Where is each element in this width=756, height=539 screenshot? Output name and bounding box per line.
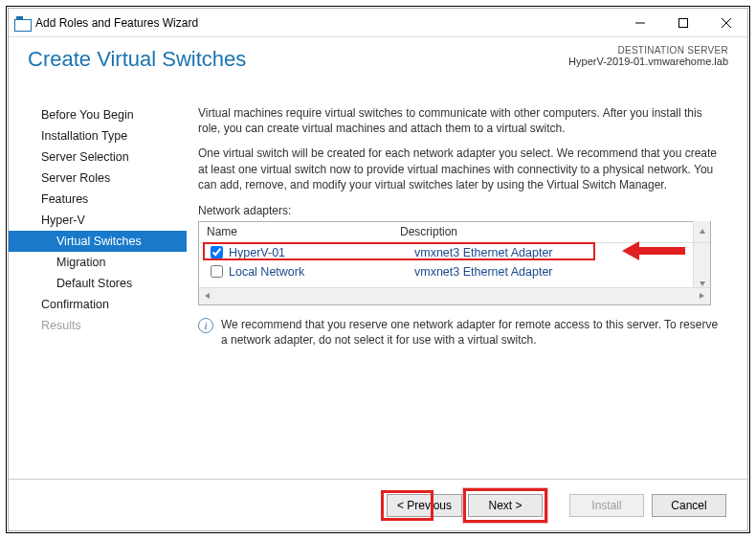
sidebar-item-confirmation[interactable]: Confirmation <box>9 294 187 315</box>
sidebar-item-default-stores[interactable]: Default Stores <box>9 273 187 294</box>
sidebar-item-installation-type[interactable]: Installation Type <box>9 125 187 146</box>
server-manager-icon <box>14 16 30 30</box>
network-adapters-list: Name Description HyperV-01 vmxnet3 Ether… <box>198 221 711 305</box>
window-title: Add Roles and Features Wizard <box>35 16 198 30</box>
adapter-checkbox-local-network[interactable] <box>211 265 223 278</box>
intro-paragraph-1: Virtual machines require virtual switche… <box>198 105 724 136</box>
intro-paragraph-2: One virtual switch will be created for e… <box>198 146 724 192</box>
maximize-button[interactable] <box>661 9 704 36</box>
adapter-name: HyperV-01 <box>229 246 414 259</box>
adapter-row-local-network[interactable]: Local Network vmxnet3 Ethernet Adapter <box>199 262 710 281</box>
close-button[interactable] <box>704 9 747 36</box>
wizard-button-bar: < Previous Next > Install Cancel <box>9 479 747 530</box>
sidebar-item-hyper-v[interactable]: Hyper-V <box>9 210 187 231</box>
svg-marker-7 <box>700 293 704 299</box>
next-button[interactable]: Next > <box>468 494 543 517</box>
scroll-right-button[interactable] <box>693 287 710 304</box>
titlebar: Add Roles and Features Wizard <box>9 9 747 37</box>
scroll-down-button[interactable] <box>699 280 706 287</box>
destination-server-value: HyperV-2019-01.vmwarehome.lab <box>568 56 728 67</box>
sidebar-item-server-roles[interactable]: Server Roles <box>9 168 187 189</box>
svg-marker-4 <box>700 229 705 234</box>
adapter-row-hyperv-01[interactable]: HyperV-01 vmxnet3 Ethernet Adapter <box>199 243 710 262</box>
previous-button[interactable]: < Previous <box>387 494 462 517</box>
install-button: Install <box>569 494 644 517</box>
sidebar-item-features[interactable]: Features <box>9 189 187 210</box>
scroll-up-button[interactable] <box>693 221 710 242</box>
adapter-checkbox-hyperv-01[interactable] <box>211 246 223 258</box>
cancel-button[interactable]: Cancel <box>652 494 726 517</box>
network-adapters-label: Network adapters: <box>198 204 724 217</box>
minimize-button[interactable] <box>618 9 661 36</box>
sidebar-item-virtual-switches[interactable]: Virtual Switches <box>9 231 187 252</box>
sidebar-item-migration[interactable]: Migration <box>9 252 187 273</box>
info-text: We recommend that you reserve one networ… <box>221 317 724 348</box>
wizard-sidebar: Before You Begin Installation Type Serve… <box>9 99 187 480</box>
column-header-name[interactable]: Name <box>199 225 400 238</box>
scroll-left-button[interactable] <box>199 287 216 304</box>
sidebar-item-server-selection[interactable]: Server Selection <box>9 146 187 168</box>
sidebar-item-results: Results <box>9 315 187 336</box>
info-icon: i <box>198 318 213 333</box>
column-header-description[interactable]: Description <box>400 225 693 238</box>
svg-marker-5 <box>700 281 705 286</box>
adapter-description: vmxnet3 Ethernet Adapter <box>414 265 710 279</box>
destination-server-label: DESTINATION SERVER <box>568 45 728 56</box>
sidebar-item-before-you-begin[interactable]: Before You Begin <box>9 104 187 125</box>
adapter-name: Local Network <box>229 265 414 279</box>
svg-rect-1 <box>678 18 687 27</box>
svg-marker-6 <box>205 293 210 299</box>
annotation-arrow-icon <box>620 243 687 260</box>
